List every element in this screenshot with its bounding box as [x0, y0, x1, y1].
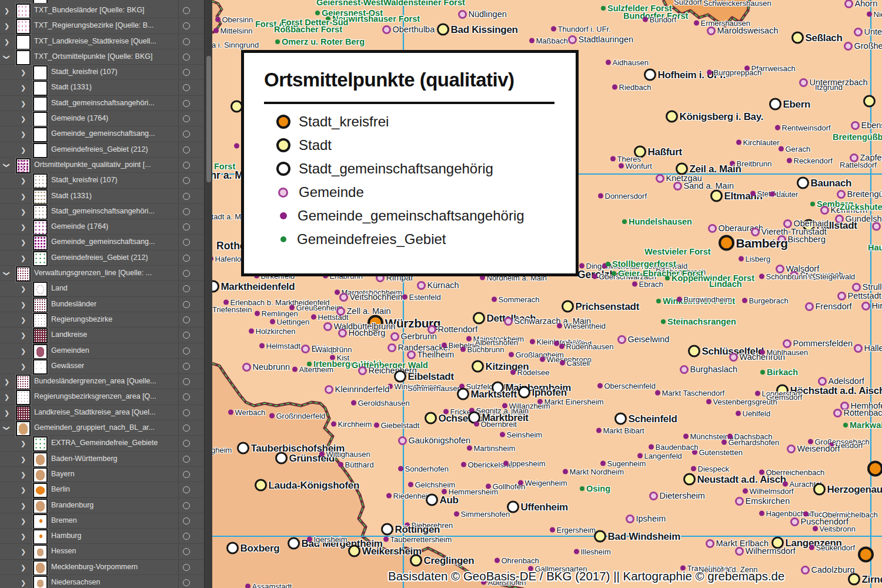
chevron-right-icon[interactable]: ❯	[21, 300, 26, 309]
chevron-right-icon[interactable]: ❯	[4, 22, 9, 30]
layer-label[interactable]: TXT_Bundesländer [Quelle: BKG]	[34, 6, 145, 14]
chevron-right-icon[interactable]: ❯	[21, 439, 26, 447]
layer-target-icon[interactable]	[183, 393, 190, 400]
layer-thumbnail[interactable]	[33, 127, 48, 142]
chevron-right-icon[interactable]: ❯	[4, 6, 9, 15]
chevron-right-icon[interactable]: ❯	[21, 208, 26, 216]
layer-row-bundesl-nder[interactable]: ❯Bundesländer	[0, 297, 204, 312]
layer-label[interactable]: Stadt_kreisfrei (107)	[51, 68, 118, 76]
layer-target-icon[interactable]	[183, 548, 190, 555]
layer-thumbnail[interactable]	[33, 483, 48, 498]
chevron-right-icon[interactable]: ❯	[21, 486, 26, 494]
layer-row-niedersachsen[interactable]: ❯Niedersachsen	[0, 575, 204, 588]
layer-label[interactable]: Hessen	[51, 547, 76, 555]
layer-row-stadt-gemeinschaftsangeh-ri[interactable]: ❯Stadt_gemeinschaftsangehöri...	[0, 96, 204, 111]
layer-target-icon[interactable]	[183, 239, 190, 246]
layer-label[interactable]: Stadt (1331)	[51, 83, 92, 91]
layer-row-brandenburg[interactable]: ❯Brandenburg	[0, 498, 204, 513]
layer-label[interactable]: Land	[51, 284, 68, 292]
layer-target-icon[interactable]	[183, 471, 190, 478]
layer-label[interactable]: Hamburg	[51, 532, 81, 540]
layer-row-regierungsbezirke[interactable]: ❯Regierungsbezirke	[0, 312, 204, 328]
layer-label[interactable]: Niedersachsen	[51, 578, 100, 586]
layer-target-icon[interactable]	[183, 115, 190, 122]
layer-label[interactable]: Berlin	[51, 485, 70, 493]
layer-row-extra-gemeindefreie-gebiete[interactable]: ❯EXTRA_Gemeindefreie_Gebiete	[0, 436, 204, 451]
layer-label[interactable]: Verwaltungsgrenzen_line [Quelle: ...	[34, 269, 152, 277]
layer-target-icon[interactable]	[183, 177, 190, 184]
layer-label[interactable]: Bundesländergrenzen_area [Quelle...	[34, 377, 156, 385]
layer-target-icon[interactable]	[183, 456, 190, 463]
layer-row-mecklenburg-vorpommern[interactable]: ❯Mecklenburg-Vorpommern	[0, 560, 204, 575]
chevron-right-icon[interactable]: ❯	[21, 532, 26, 540]
chevron-right-icon[interactable]: ❯	[21, 547, 26, 556]
layer-label[interactable]: EXTRA_Gemeindefreie_Gebiete	[51, 439, 158, 447]
layer-row-txt-regierungsbezirke-quelle-b[interactable]: ❯TXT_Regierungsbezirke [Quelle: B...	[0, 18, 204, 34]
layer-target-icon[interactable]	[183, 363, 190, 370]
layer-row-gemeinden-gruppiert-nach-bl-ar[interactable]: ❯Gemeinden_gruppiert_nach_BL_ar...	[0, 420, 204, 436]
layer-thumbnail[interactable]	[33, 251, 48, 266]
layer-label[interactable]: Gemeindefreies_Gebiet (212)	[51, 253, 148, 262]
layer-thumbnail[interactable]	[33, 436, 48, 452]
layer-target-icon[interactable]	[183, 270, 190, 277]
layer-row-land[interactable]: ❯Land	[0, 281, 204, 296]
layer-thumbnail[interactable]	[33, 544, 48, 560]
layer-row-bundesl-ndergrenzen-area-quelle[interactable]: ❯Bundesländergrenzen_area [Quelle...	[0, 374, 204, 389]
layer-target-icon[interactable]	[183, 579, 190, 586]
layer-target-icon[interactable]	[183, 301, 190, 308]
chevron-right-icon[interactable]: ❯	[21, 115, 26, 123]
map-canvas[interactable]: Geiersnest-WestWaldensteiner ForstObersi…	[212, 0, 882, 588]
layer-target-icon[interactable]	[183, 378, 190, 385]
chevron-right-icon[interactable]: ❯	[21, 347, 26, 355]
chevron-right-icon[interactable]: ❯	[4, 38, 9, 46]
layer-label[interactable]: Landkreise	[51, 330, 87, 339]
scrollbar-thumb[interactable]	[206, 56, 211, 182]
layer-label[interactable]: Regierungsbezirksgrenzen_area [Q...	[34, 392, 156, 400]
layer-row-bayern[interactable]: ❯Bayern	[0, 467, 204, 482]
layer-label[interactable]: Mecklenburg-Vorpommern	[51, 563, 138, 571]
layer-target-icon[interactable]	[183, 533, 190, 540]
layer-row-hamburg[interactable]: ❯Hamburg	[0, 529, 204, 544]
layer-row-stadt-gemeinschaftsangeh-ri[interactable]: ❯Stadt_gemeinschaftsangehöri...	[0, 204, 204, 219]
layer-thumbnail[interactable]	[33, 143, 48, 158]
layer-thumbnail[interactable]	[16, 390, 31, 405]
chevron-right-icon[interactable]: ❯	[21, 83, 26, 92]
layer-thumbnail[interactable]	[33, 173, 48, 189]
layer-target-icon[interactable]	[183, 54, 190, 61]
layer-label[interactable]: Baden-Württemberg	[51, 455, 118, 463]
layer-row-gew-sser[interactable]: ❯Gewässer	[0, 359, 204, 374]
layer-thumbnail[interactable]	[33, 560, 48, 576]
layer-target-icon[interactable]	[183, 255, 190, 262]
layer-row-berlin[interactable]: ❯Berlin	[0, 482, 204, 497]
layer-row-gemeinde-1764[interactable]: ❯Gemeinde (1764)	[0, 111, 204, 126]
layer-target-icon[interactable]	[183, 486, 190, 493]
layer-label[interactable]: Bremen	[51, 516, 77, 524]
layer-target-icon[interactable]	[183, 22, 190, 29]
layer-label[interactable]: Regierungsbezirke	[51, 315, 112, 323]
layer-row-gemeindefreies-gebiet-212[interactable]: ❯Gemeindefreies_Gebiet (212)	[0, 250, 204, 266]
layer-row-verwaltungsgrenzen-line-quelle[interactable]: ❯Verwaltungsgrenzen_line [Quelle: ...	[0, 266, 204, 281]
layer-label[interactable]: Bayern	[51, 470, 75, 478]
layer-row-gemeinden[interactable]: ❯Gemeinden	[0, 343, 204, 359]
layer-target-icon[interactable]	[183, 208, 190, 215]
layer-thumbnail[interactable]	[16, 50, 31, 65]
layer-target-icon[interactable]	[183, 38, 190, 45]
layer-target-icon[interactable]	[183, 100, 190, 107]
layer-row-regierungsbezirksgrenzen-area-q[interactable]: ❯Regierungsbezirksgrenzen_area [Q...	[0, 389, 204, 405]
chevron-right-icon[interactable]: ❯	[21, 192, 26, 201]
layer-thumbnail[interactable]	[33, 499, 48, 514]
layer-thumbnail[interactable]	[16, 421, 31, 436]
chevron-right-icon[interactable]: ❯	[21, 285, 26, 293]
layer-thumbnail[interactable]	[16, 266, 31, 282]
chevron-right-icon[interactable]: ❯	[21, 99, 26, 108]
layer-label[interactable]: Gewässer	[51, 362, 84, 370]
layer-row-stadt-1331[interactable]: ❯Stadt (1331)	[0, 80, 204, 95]
layer-row-txt-landkreise-stadtkreise-quell[interactable]: ❯TXT_Landkreise_Stadtkreise [Quell...	[0, 34, 204, 49]
layer-thumbnail[interactable]	[16, 406, 31, 421]
chevron-right-icon[interactable]: ❯	[21, 563, 26, 572]
layer-thumbnail[interactable]	[33, 298, 48, 313]
layer-label[interactable]: Gemeinde (1764)	[51, 114, 108, 122]
layer-target-icon[interactable]	[183, 146, 190, 153]
chevron-right-icon[interactable]: ❯	[4, 377, 9, 386]
layer-target-icon[interactable]	[183, 502, 190, 509]
